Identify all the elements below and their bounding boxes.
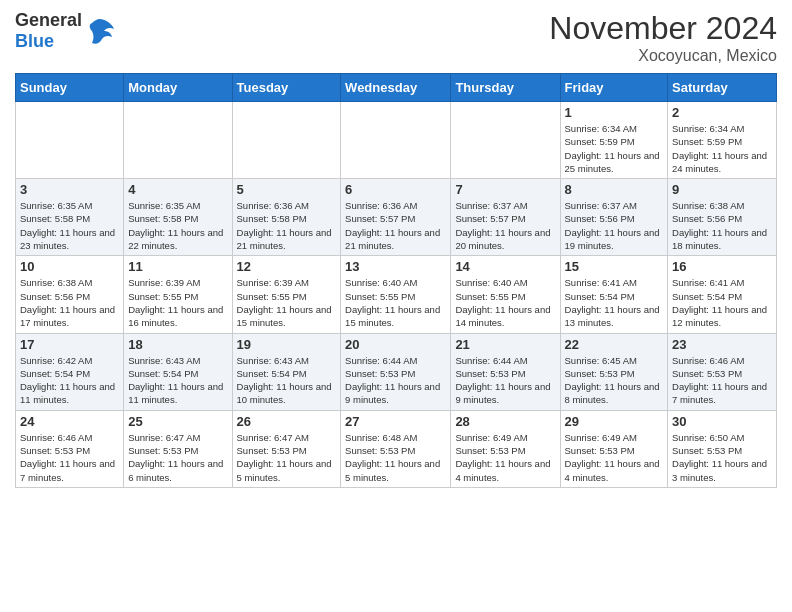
day-number: 3: [20, 182, 119, 197]
day-number: 4: [128, 182, 227, 197]
weekday-header-monday: Monday: [124, 74, 232, 102]
calendar-cell: 6Sunrise: 6:36 AM Sunset: 5:57 PM Daylig…: [341, 179, 451, 256]
calendar-table: SundayMondayTuesdayWednesdayThursdayFrid…: [15, 73, 777, 488]
weekday-header-wednesday: Wednesday: [341, 74, 451, 102]
calendar-cell: 3Sunrise: 6:35 AM Sunset: 5:58 PM Daylig…: [16, 179, 124, 256]
calendar-cell: 1Sunrise: 6:34 AM Sunset: 5:59 PM Daylig…: [560, 102, 668, 179]
day-number: 21: [455, 337, 555, 352]
day-info: Sunrise: 6:36 AM Sunset: 5:58 PM Dayligh…: [237, 199, 337, 252]
day-number: 19: [237, 337, 337, 352]
logo-bird-icon: [84, 15, 116, 47]
calendar-cell: [341, 102, 451, 179]
calendar-cell: [124, 102, 232, 179]
week-row-1: 1Sunrise: 6:34 AM Sunset: 5:59 PM Daylig…: [16, 102, 777, 179]
day-number: 25: [128, 414, 227, 429]
calendar-cell: 13Sunrise: 6:40 AM Sunset: 5:55 PM Dayli…: [341, 256, 451, 333]
day-number: 8: [565, 182, 664, 197]
day-info: Sunrise: 6:47 AM Sunset: 5:53 PM Dayligh…: [237, 431, 337, 484]
calendar-cell: 16Sunrise: 6:41 AM Sunset: 5:54 PM Dayli…: [668, 256, 777, 333]
calendar-cell: 9Sunrise: 6:38 AM Sunset: 5:56 PM Daylig…: [668, 179, 777, 256]
day-number: 27: [345, 414, 446, 429]
day-number: 15: [565, 259, 664, 274]
day-number: 2: [672, 105, 772, 120]
day-info: Sunrise: 6:44 AM Sunset: 5:53 PM Dayligh…: [455, 354, 555, 407]
day-number: 26: [237, 414, 337, 429]
calendar-cell: 17Sunrise: 6:42 AM Sunset: 5:54 PM Dayli…: [16, 333, 124, 410]
day-info: Sunrise: 6:47 AM Sunset: 5:53 PM Dayligh…: [128, 431, 227, 484]
calendar-cell: 26Sunrise: 6:47 AM Sunset: 5:53 PM Dayli…: [232, 410, 341, 487]
day-info: Sunrise: 6:39 AM Sunset: 5:55 PM Dayligh…: [237, 276, 337, 329]
day-number: 11: [128, 259, 227, 274]
week-row-3: 10Sunrise: 6:38 AM Sunset: 5:56 PM Dayli…: [16, 256, 777, 333]
title-section: November 2024 Xocoyucan, Mexico: [549, 10, 777, 65]
day-info: Sunrise: 6:46 AM Sunset: 5:53 PM Dayligh…: [20, 431, 119, 484]
logo-general-text: General: [15, 10, 82, 31]
day-info: Sunrise: 6:41 AM Sunset: 5:54 PM Dayligh…: [672, 276, 772, 329]
logo: General Blue: [15, 10, 116, 52]
calendar-cell: 11Sunrise: 6:39 AM Sunset: 5:55 PM Dayli…: [124, 256, 232, 333]
calendar-cell: 29Sunrise: 6:49 AM Sunset: 5:53 PM Dayli…: [560, 410, 668, 487]
day-number: 7: [455, 182, 555, 197]
logo-blue-text: Blue: [15, 31, 82, 52]
day-number: 18: [128, 337, 227, 352]
day-number: 1: [565, 105, 664, 120]
calendar-cell: [232, 102, 341, 179]
weekday-header-sunday: Sunday: [16, 74, 124, 102]
weekday-header-tuesday: Tuesday: [232, 74, 341, 102]
month-title: November 2024: [549, 10, 777, 47]
day-info: Sunrise: 6:39 AM Sunset: 5:55 PM Dayligh…: [128, 276, 227, 329]
day-number: 20: [345, 337, 446, 352]
day-number: 14: [455, 259, 555, 274]
location: Xocoyucan, Mexico: [549, 47, 777, 65]
day-info: Sunrise: 6:49 AM Sunset: 5:53 PM Dayligh…: [565, 431, 664, 484]
calendar-cell: 27Sunrise: 6:48 AM Sunset: 5:53 PM Dayli…: [341, 410, 451, 487]
day-info: Sunrise: 6:40 AM Sunset: 5:55 PM Dayligh…: [345, 276, 446, 329]
weekday-header-thursday: Thursday: [451, 74, 560, 102]
weekday-header-row: SundayMondayTuesdayWednesdayThursdayFrid…: [16, 74, 777, 102]
day-info: Sunrise: 6:37 AM Sunset: 5:56 PM Dayligh…: [565, 199, 664, 252]
calendar-cell: 23Sunrise: 6:46 AM Sunset: 5:53 PM Dayli…: [668, 333, 777, 410]
day-number: 22: [565, 337, 664, 352]
day-info: Sunrise: 6:34 AM Sunset: 5:59 PM Dayligh…: [565, 122, 664, 175]
calendar-cell: 19Sunrise: 6:43 AM Sunset: 5:54 PM Dayli…: [232, 333, 341, 410]
calendar-cell: 12Sunrise: 6:39 AM Sunset: 5:55 PM Dayli…: [232, 256, 341, 333]
day-info: Sunrise: 6:38 AM Sunset: 5:56 PM Dayligh…: [672, 199, 772, 252]
calendar-cell: 15Sunrise: 6:41 AM Sunset: 5:54 PM Dayli…: [560, 256, 668, 333]
day-number: 16: [672, 259, 772, 274]
day-number: 6: [345, 182, 446, 197]
day-number: 24: [20, 414, 119, 429]
calendar-cell: 5Sunrise: 6:36 AM Sunset: 5:58 PM Daylig…: [232, 179, 341, 256]
weekday-header-friday: Friday: [560, 74, 668, 102]
calendar-cell: 14Sunrise: 6:40 AM Sunset: 5:55 PM Dayli…: [451, 256, 560, 333]
header: General Blue November 2024 Xocoyucan, Me…: [15, 10, 777, 65]
day-number: 12: [237, 259, 337, 274]
calendar-cell: 18Sunrise: 6:43 AM Sunset: 5:54 PM Dayli…: [124, 333, 232, 410]
day-number: 13: [345, 259, 446, 274]
day-info: Sunrise: 6:46 AM Sunset: 5:53 PM Dayligh…: [672, 354, 772, 407]
day-info: Sunrise: 6:35 AM Sunset: 5:58 PM Dayligh…: [20, 199, 119, 252]
day-info: Sunrise: 6:35 AM Sunset: 5:58 PM Dayligh…: [128, 199, 227, 252]
day-info: Sunrise: 6:37 AM Sunset: 5:57 PM Dayligh…: [455, 199, 555, 252]
day-number: 9: [672, 182, 772, 197]
calendar-cell: 4Sunrise: 6:35 AM Sunset: 5:58 PM Daylig…: [124, 179, 232, 256]
day-info: Sunrise: 6:45 AM Sunset: 5:53 PM Dayligh…: [565, 354, 664, 407]
day-number: 5: [237, 182, 337, 197]
day-info: Sunrise: 6:38 AM Sunset: 5:56 PM Dayligh…: [20, 276, 119, 329]
calendar-cell: [451, 102, 560, 179]
calendar-cell: 7Sunrise: 6:37 AM Sunset: 5:57 PM Daylig…: [451, 179, 560, 256]
week-row-2: 3Sunrise: 6:35 AM Sunset: 5:58 PM Daylig…: [16, 179, 777, 256]
day-number: 30: [672, 414, 772, 429]
calendar-cell: 21Sunrise: 6:44 AM Sunset: 5:53 PM Dayli…: [451, 333, 560, 410]
calendar-cell: 25Sunrise: 6:47 AM Sunset: 5:53 PM Dayli…: [124, 410, 232, 487]
day-number: 17: [20, 337, 119, 352]
day-number: 23: [672, 337, 772, 352]
day-info: Sunrise: 6:34 AM Sunset: 5:59 PM Dayligh…: [672, 122, 772, 175]
day-info: Sunrise: 6:49 AM Sunset: 5:53 PM Dayligh…: [455, 431, 555, 484]
day-info: Sunrise: 6:41 AM Sunset: 5:54 PM Dayligh…: [565, 276, 664, 329]
calendar-cell: 22Sunrise: 6:45 AM Sunset: 5:53 PM Dayli…: [560, 333, 668, 410]
calendar-cell: 20Sunrise: 6:44 AM Sunset: 5:53 PM Dayli…: [341, 333, 451, 410]
calendar-cell: 10Sunrise: 6:38 AM Sunset: 5:56 PM Dayli…: [16, 256, 124, 333]
week-row-4: 17Sunrise: 6:42 AM Sunset: 5:54 PM Dayli…: [16, 333, 777, 410]
calendar-cell: 2Sunrise: 6:34 AM Sunset: 5:59 PM Daylig…: [668, 102, 777, 179]
day-info: Sunrise: 6:44 AM Sunset: 5:53 PM Dayligh…: [345, 354, 446, 407]
